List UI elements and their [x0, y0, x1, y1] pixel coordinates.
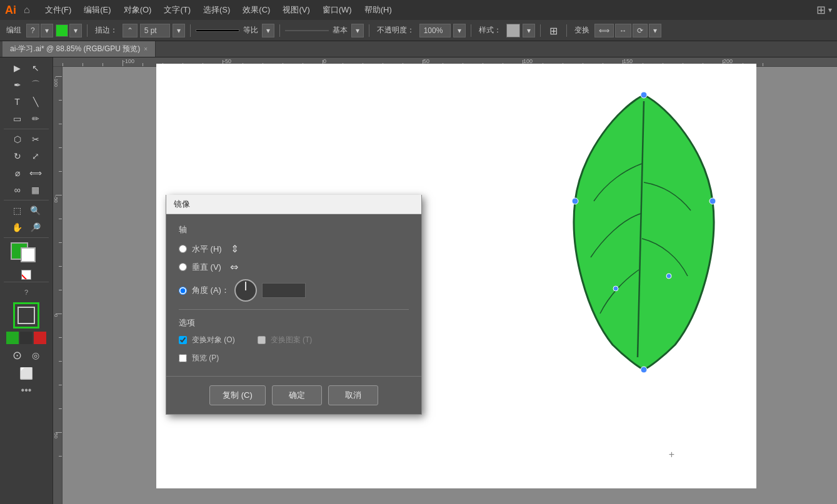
direct-select-tool[interactable]: ↖ — [27, 60, 44, 76]
question-tool[interactable]: ? — [18, 284, 35, 300]
transform-pattern-label: 变换图案 (T) — [271, 335, 313, 345]
menu-file[interactable]: 文件(F) — [40, 2, 77, 18]
menu-text[interactable]: 文字(T) — [159, 2, 196, 18]
menu-select[interactable]: 选择(S) — [198, 2, 235, 18]
stroke-style-group: 等比 ▾ — [196, 24, 274, 37]
circle-tool[interactable]: ◎ — [27, 347, 44, 363]
base-arrow-btn[interactable]: ▾ — [351, 24, 364, 37]
layout-arrow[interactable]: ▾ — [828, 6, 832, 14]
transform-btn3[interactable]: ⟳ — [633, 24, 648, 37]
copy-btn[interactable]: 复制 (C) — [209, 385, 266, 405]
tool-row-2: ✒ ⌒ — [9, 77, 44, 93]
color-section — [11, 242, 42, 280]
artboard-btn[interactable]: ⬜ — [18, 365, 35, 382]
eyedropper-tool[interactable]: 🔍 — [27, 202, 44, 219]
none-swatch[interactable] — [21, 270, 31, 280]
sep4 — [369, 24, 369, 37]
svg-point-3 — [572, 198, 578, 204]
menu-edit[interactable]: 编辑(E) — [79, 2, 116, 18]
scale-tool[interactable]: ⤢ — [27, 148, 44, 164]
width-tool[interactable]: ⟺ — [27, 165, 44, 181]
fill-color-swatch[interactable] — [56, 24, 68, 37]
angle-value-input[interactable]: -90° — [262, 283, 306, 298]
base-preview — [285, 30, 329, 31]
angle-dial[interactable] — [234, 279, 257, 302]
line-tool[interactable]: ╲ — [27, 94, 44, 110]
hand-tool[interactable]: ✋ — [9, 219, 26, 235]
horizontal-radio[interactable] — [179, 245, 187, 253]
horizontal-icon: ⇕ — [231, 243, 239, 255]
stroke-preview — [196, 29, 239, 32]
artboard-tool[interactable]: ⬚ — [9, 202, 26, 219]
ok-btn[interactable]: 确定 — [272, 385, 322, 405]
extra-tools: ⊙ ◎ — [8, 347, 44, 363]
stroke-up-btn[interactable]: ⌃ — [123, 24, 138, 37]
symbol-tool[interactable]: ⊙ — [8, 347, 26, 363]
rotate-tool[interactable]: ↻ — [9, 148, 26, 164]
stroke-value-input[interactable] — [140, 24, 170, 37]
style-arrow-btn[interactable]: ▾ — [523, 24, 535, 37]
angle-radio[interactable] — [179, 287, 187, 295]
layout-icon[interactable]: ⊞ — [816, 3, 826, 17]
vertical-radio[interactable] — [179, 263, 187, 271]
left-toolbar: ▶ ↖ ✒ ⌒ T ╲ ▭ ✏ ⬡ ✂ ↻ ⤢ ⌀ ⟺ ∞ ▦ — [0, 57, 53, 504]
green-swatch[interactable] — [6, 332, 19, 344]
question-group: ? ▾ — [26, 24, 53, 37]
anchor-tool[interactable]: ⬡ — [9, 131, 26, 147]
transform-pattern-checkbox[interactable] — [258, 336, 266, 344]
menu-view[interactable]: 视图(V) — [278, 2, 314, 18]
angle-label: 角度 (A)： — [192, 285, 229, 296]
arrow-btn[interactable]: ▾ — [41, 24, 53, 37]
swatch-row — [21, 270, 31, 280]
cancel-btn[interactable]: 取消 — [328, 385, 378, 405]
svg-point-1 — [709, 198, 716, 204]
curvature-tool[interactable]: ⌒ — [27, 77, 44, 93]
ratio-arrow-btn[interactable]: ▾ — [262, 24, 274, 37]
scissors-tool[interactable]: ✂ — [27, 131, 44, 147]
more-tools-btn[interactable]: ••• — [18, 382, 35, 398]
preview-checkbox[interactable] — [179, 354, 187, 362]
red-swatch[interactable] — [34, 332, 46, 344]
column-graph-tool[interactable]: ▦ — [27, 182, 44, 198]
menu-window[interactable]: 窗口(W) — [318, 2, 357, 18]
color-arrow-btn[interactable]: ▾ — [69, 24, 82, 37]
transform-objects-checkbox[interactable] — [179, 336, 187, 344]
dark-swatch[interactable] — [20, 332, 33, 344]
stroke-swatch[interactable] — [21, 247, 36, 262]
select-tool[interactable]: ▶ — [9, 60, 26, 76]
cursor-indicator: + — [669, 449, 674, 460]
type-tool[interactable]: T — [9, 94, 26, 110]
tab-title: ai-学习.ai* @ 88.85% (RGB/GPU 预览) — [10, 44, 140, 54]
opacity-arrow-btn[interactable]: ▾ — [453, 24, 466, 37]
blend-tool[interactable]: ∞ — [9, 182, 26, 198]
sep6 — [540, 24, 541, 37]
base-label: 基本 — [330, 25, 350, 36]
stroke-arrow-btn[interactable]: ▾ — [173, 24, 185, 37]
transform-btn1[interactable]: ⟺ — [594, 24, 614, 37]
pen-tool[interactable]: ✒ — [9, 77, 26, 93]
brush-tool[interactable]: ✏ — [27, 111, 44, 127]
menu-object[interactable]: 对象(O) — [119, 2, 157, 18]
dialog-title: 镜像 — [174, 199, 190, 210]
opacity-input[interactable] — [419, 24, 451, 37]
svg-point-0 — [641, 92, 647, 98]
vertical-label: 垂直 (V) — [192, 262, 221, 273]
sep3 — [279, 24, 280, 37]
grid-icon-btn[interactable]: ⊞ — [546, 24, 561, 37]
zoom-tool[interactable]: 🔎 — [27, 219, 44, 235]
menu-effect[interactable]: 效果(C) — [238, 2, 275, 18]
menu-help[interactable]: 帮助(H) — [359, 2, 397, 18]
warp-tool[interactable]: ⌀ — [9, 165, 26, 181]
rect-tool[interactable]: ▭ — [9, 111, 26, 127]
active-tab[interactable]: ai-学习.ai* @ 88.85% (RGB/GPU 预览) × — [3, 41, 156, 57]
transform-arrow-btn[interactable]: ▾ — [649, 24, 661, 37]
leaf-svg — [563, 89, 725, 376]
style-swatch[interactable] — [506, 24, 520, 37]
transform-btn2[interactable]: ↔ — [615, 24, 631, 37]
tool-sep-3 — [4, 237, 49, 238]
tab-close-btn[interactable]: × — [144, 46, 148, 52]
home-icon[interactable]: ⌂ — [24, 4, 30, 16]
question-btn[interactable]: ? — [26, 24, 39, 37]
tool-row-6: ↻ ⤢ — [9, 148, 44, 164]
color-swatch-area — [11, 242, 42, 267]
